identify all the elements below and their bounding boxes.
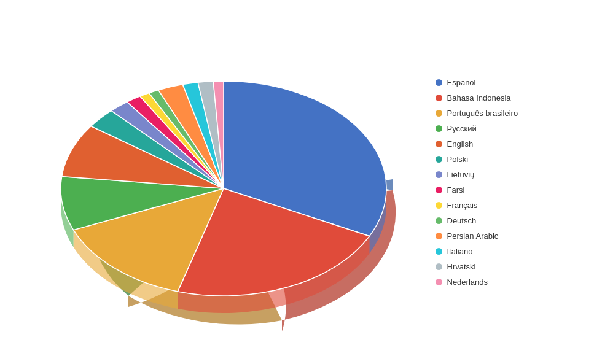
chart-container: EspañolBahasa IndonesiaPortuguês brasile… — [0, 0, 594, 364]
chart-legend: EspañolBahasa IndonesiaPortuguês brasile… — [436, 78, 558, 287]
pie-chart-area — [36, 20, 429, 345]
legend-label: Deutsch — [447, 216, 477, 225]
legend-label: Bahasa Indonesia — [447, 93, 511, 103]
legend-color-dot — [436, 248, 442, 255]
pie-slices — [61, 81, 386, 313]
legend-item: Nederlands — [436, 277, 558, 287]
legend-color-dot — [436, 202, 442, 209]
legend-color-dot — [436, 217, 442, 224]
legend-label: Русский — [447, 124, 477, 133]
legend-label: English — [447, 139, 474, 149]
legend-color-dot — [436, 156, 442, 163]
legend-item: Lietuvių — [436, 170, 558, 179]
legend-item: Persian Arabic — [436, 231, 558, 241]
pie-chart-svg — [36, 20, 429, 345]
legend-item: Português brasileiro — [436, 109, 558, 118]
legend-label: Italiano — [447, 247, 473, 256]
legend-color-dot — [436, 263, 442, 270]
legend-item: Italiano — [436, 247, 558, 256]
legend-color-dot — [436, 171, 442, 178]
legend-color-dot — [436, 95, 442, 101]
legend-item: Français — [436, 201, 558, 210]
legend-label: Português brasileiro — [447, 109, 518, 118]
legend-item: Farsi — [436, 185, 558, 195]
legend-color-dot — [436, 141, 442, 147]
legend-color-dot — [436, 279, 442, 285]
legend-label: Lietuvių — [447, 170, 475, 179]
legend-item: Español — [436, 78, 558, 87]
legend-label: Polski — [447, 155, 469, 164]
legend-item: Polski — [436, 155, 558, 164]
legend-label: Persian Arabic — [447, 231, 499, 241]
legend-color-dot — [436, 187, 442, 193]
legend-color-dot — [436, 110, 442, 117]
legend-color-dot — [436, 79, 442, 86]
legend-label: Español — [447, 78, 476, 87]
legend-label: Hrvatski — [447, 262, 476, 271]
legend-label: Nederlands — [447, 277, 488, 287]
legend-label: Farsi — [447, 185, 465, 195]
legend-color-dot — [436, 233, 442, 239]
legend-label: Français — [447, 201, 478, 210]
legend-color-dot — [436, 125, 442, 132]
legend-item: English — [436, 139, 558, 149]
legend-item: Deutsch — [436, 216, 558, 225]
legend-item: Hrvatski — [436, 262, 558, 271]
legend-item: Русский — [436, 124, 558, 133]
legend-item: Bahasa Indonesia — [436, 93, 558, 103]
